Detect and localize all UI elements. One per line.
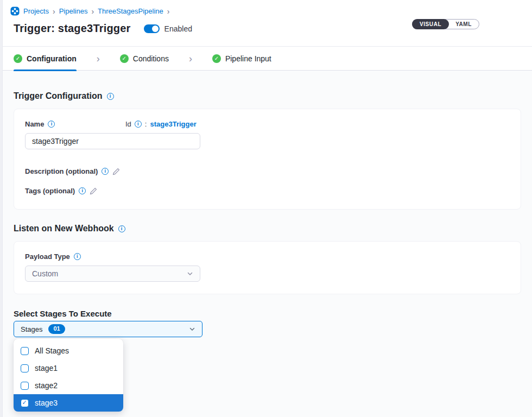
trigger-name-input[interactable]: [25, 133, 200, 149]
main-panel: Projects › Pipelines › ThreeStagesPipeli…: [3, 0, 532, 417]
chevron-down-icon: [189, 326, 195, 332]
option-label: All Stages: [35, 346, 69, 355]
app-root: Projects › Pipelines › ThreeStagesPipeli…: [0, 0, 532, 417]
section-title: Listen on New Webhook: [14, 224, 114, 233]
tab-configuration[interactable]: ✓ Configuration: [14, 47, 77, 71]
tab-separator-icon: ›: [189, 54, 192, 64]
option-label: stage1: [35, 364, 58, 372]
stages-select-label: Stages: [21, 325, 42, 333]
id-row: Id i : stage3Trigger: [125, 120, 197, 128]
check-circle-icon: ✓: [120, 54, 129, 63]
option-label: stage3: [35, 399, 58, 407]
payload-type-select: Custom: [25, 266, 200, 282]
section-title: Select Stages To Execute: [14, 309, 112, 318]
tab-separator-icon: ›: [97, 54, 100, 64]
stages-dropdown-menu: All Stages stage1 stage2 stage3: [14, 339, 123, 412]
breadcrumb-separator-icon: ›: [53, 7, 55, 16]
name-id-row: Name i Id i : stage3Trigger: [25, 120, 510, 128]
tab-pipeline-input[interactable]: ✓ Pipeline Input: [212, 47, 271, 71]
info-icon[interactable]: i: [79, 187, 86, 194]
breadcrumb-separator-icon: ›: [167, 7, 170, 16]
breadcrumb-link-pipeline-name[interactable]: ThreeStagesPipeline: [98, 7, 163, 15]
tags-row: Tags (optional) i: [25, 187, 510, 195]
id-separator: :: [145, 120, 147, 128]
info-icon[interactable]: i: [107, 93, 114, 100]
stage-option-stage3[interactable]: stage3: [14, 394, 123, 412]
edit-tags-pencil-icon[interactable]: [90, 187, 97, 195]
trigger-configuration-card: Name i Id i : stage3Trigger Description …: [14, 109, 521, 210]
info-icon[interactable]: i: [118, 225, 125, 232]
name-label-text: Name: [25, 120, 44, 128]
description-row: Description (optional) i: [25, 167, 510, 175]
webhook-card: Payload Type i Custom: [14, 241, 521, 294]
option-label: stage2: [35, 381, 58, 390]
payload-type-label-text: Payload Type: [25, 252, 70, 261]
visual-yaml-toggle: VISUAL YAML: [412, 19, 479, 29]
checkbox-icon[interactable]: [21, 347, 29, 355]
stage-option-stage1[interactable]: stage1: [14, 359, 123, 377]
page-header: Projects › Pipelines › ThreeStagesPipeli…: [3, 0, 532, 47]
breadcrumb: Projects › Pipelines › ThreeStagesPipeli…: [10, 7, 532, 16]
payload-type-value: Custom: [32, 269, 58, 278]
content-area: Trigger Configuration i Name i Id i : st…: [3, 71, 532, 417]
info-icon[interactable]: i: [102, 168, 109, 175]
payload-type-label: Payload Type i: [25, 252, 510, 261]
projects-grid-icon: [10, 7, 20, 16]
enabled-label: Enabled: [164, 24, 192, 33]
tags-label: Tags (optional): [25, 187, 75, 195]
name-label: Name i: [25, 120, 125, 128]
info-icon[interactable]: i: [74, 253, 81, 260]
check-circle-icon: ✓: [14, 54, 22, 63]
checkbox-icon[interactable]: [21, 364, 29, 372]
page-title: Trigger: stage3Trigger: [14, 22, 131, 35]
section-title: Trigger Configuration: [14, 91, 103, 101]
trigger-configuration-heading: Trigger Configuration i: [14, 91, 521, 101]
enabled-toggle[interactable]: [144, 24, 160, 33]
chevron-down-icon: [187, 270, 193, 277]
stage-option-all-stages[interactable]: All Stages: [14, 342, 123, 359]
tab-label: Pipeline Input: [225, 54, 271, 63]
wizard-tabs: ✓ Configuration › ✓ Conditions › ✓ Pipel…: [3, 47, 532, 71]
stage-option-stage2[interactable]: stage2: [14, 377, 123, 394]
toggle-knob: [152, 26, 159, 32]
info-icon[interactable]: i: [48, 121, 55, 128]
check-circle-icon: ✓: [212, 54, 221, 63]
yaml-tab[interactable]: YAML: [448, 20, 479, 29]
id-label: Id: [125, 120, 131, 128]
tab-conditions[interactable]: ✓ Conditions: [120, 47, 169, 71]
breadcrumb-link-projects[interactable]: Projects: [23, 7, 49, 15]
breadcrumb-link-pipelines[interactable]: Pipelines: [59, 7, 88, 15]
tab-label: Configuration: [27, 54, 77, 63]
description-label: Description (optional): [25, 167, 98, 175]
checkbox-icon[interactable]: [21, 382, 29, 390]
stages-multiselect[interactable]: Stages 01: [14, 321, 202, 337]
checkbox-icon[interactable]: [21, 399, 29, 407]
info-icon[interactable]: i: [135, 121, 142, 128]
edit-description-pencil-icon[interactable]: [112, 168, 120, 175]
id-value: stage3Trigger: [150, 120, 196, 128]
stages-heading: Select Stages To Execute: [14, 309, 521, 318]
stages-count-badge: 01: [48, 324, 65, 333]
visual-tab[interactable]: VISUAL: [412, 19, 449, 29]
webhook-heading: Listen on New Webhook i: [14, 224, 521, 233]
tab-label: Conditions: [133, 54, 169, 63]
breadcrumb-separator-icon: ›: [91, 7, 94, 16]
